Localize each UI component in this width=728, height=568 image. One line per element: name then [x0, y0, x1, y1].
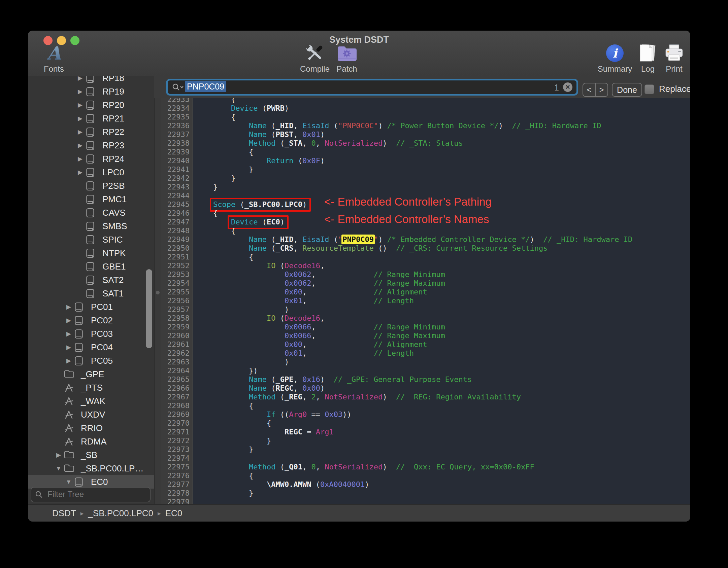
line-number: 22936 [161, 121, 193, 130]
sidebar-item-rp21[interactable]: ▶RP21 [28, 112, 154, 125]
chevron-collapsed-icon[interactable]: ▶ [65, 317, 73, 324]
sidebar-item-smbs[interactable]: SMBS [28, 219, 154, 233]
code-editor[interactable]: { Device (PWRB) { Name (_HID, EisaId ("P… [193, 98, 690, 505]
sidebar-item-spic[interactable]: SPIC [28, 233, 154, 246]
line-number: 22947 [161, 218, 193, 226]
code-line-22936: Name (_HID, EisaId ("PNP0C0C") /* Power … [195, 121, 690, 130]
search-result-count: 1 [554, 83, 559, 93]
sidebar-item-pmc1[interactable]: PMC1 [28, 192, 154, 206]
sidebar-item-lpc0[interactable]: ▶LPC0 [28, 166, 154, 179]
sidebar-item-pc04[interactable]: ▶PC04 [28, 341, 154, 354]
line-number: 22948 [161, 226, 193, 235]
filter-tree-input[interactable] [47, 488, 146, 500]
sidebar-item-wak[interactable]: _WAK [28, 394, 154, 408]
clear-search-icon[interactable]: ✕ [563, 82, 572, 92]
code-line-22975: Method (_Q01, 0, NotSerialized) // _Qxx:… [195, 463, 690, 471]
method-icon [64, 437, 73, 446]
replace-checkbox[interactable] [644, 84, 654, 94]
line-number: 22962 [161, 349, 193, 358]
sidebar-item-rp20[interactable]: ▶RP20 [28, 98, 154, 112]
sidebar-item-gpe[interactable]: _GPE [28, 367, 154, 381]
chevron-collapsed-icon[interactable]: ▶ [65, 357, 73, 364]
chevron-collapsed-icon[interactable]: ▶ [76, 101, 84, 109]
sidebar-item-pc03[interactable]: ▶PC03 [28, 327, 154, 341]
sidebar-item-pc02[interactable]: ▶PC02 [28, 314, 154, 327]
code-line-22959: 0x0066, // Range Minimum [195, 323, 690, 331]
sidebar-item-p2sb[interactable]: P2SB [28, 179, 154, 192]
line-number: 22963 [161, 358, 193, 366]
sidebar-item-ntpk[interactable]: NTPK [28, 246, 154, 260]
chevron-collapsed-icon[interactable]: ▶ [76, 115, 84, 122]
splitter[interactable] [154, 98, 161, 505]
sidebar-item-label: NTPK [102, 248, 126, 258]
sidebar-item-uxdv[interactable]: UXDV [28, 408, 154, 421]
chevron-collapsed-icon[interactable]: ▶ [76, 142, 84, 149]
breadcrumb-item[interactable]: _SB.PC00.LPC0 [88, 508, 153, 519]
line-number: 22949 [161, 235, 193, 244]
sidebar-item-cavs[interactable]: CAVS [28, 206, 154, 219]
search-menu-icon[interactable] [172, 83, 184, 92]
find-next-button[interactable]: > [596, 83, 607, 96]
sidebar-item-sat2[interactable]: SAT2 [28, 273, 154, 287]
chevron-collapsed-icon[interactable]: ▶ [55, 451, 63, 459]
print-button[interactable]: Print [651, 43, 690, 74]
sidebar-scrollbar-thumb[interactable] [146, 269, 152, 348]
device-icon [86, 208, 95, 217]
chevron-collapsed-icon[interactable]: ▶ [76, 169, 84, 176]
filter-tree-field[interactable] [31, 487, 151, 502]
sidebar-item-label: RP18 [102, 76, 124, 83]
sidebar-item-label: RP23 [102, 140, 124, 151]
code-line-22964: }) [195, 366, 690, 375]
sidebar-item-label: RP20 [102, 100, 124, 110]
search-input[interactable]: PNP0C09 1 ✕ [166, 79, 578, 96]
sidebar-item-rp19[interactable]: ▶RP19 [28, 85, 154, 98]
sidebar-item-ec0[interactable]: ▼EC0 [28, 475, 154, 489]
sidebar-item-sb[interactable]: ▶_SB [28, 448, 154, 462]
sidebar-item-rdma[interactable]: RDMA [28, 435, 154, 448]
device-icon [86, 114, 95, 123]
device-icon [86, 289, 95, 298]
find-nav-control: < > [583, 83, 608, 97]
chevron-collapsed-icon[interactable]: ▶ [76, 76, 84, 82]
code-line-22934: Device (PWRB) [195, 104, 690, 113]
find-previous-button[interactable]: < [583, 83, 596, 96]
breadcrumb: DSDT▸_SB.PC00.LPC0▸EC0 [52, 505, 182, 522]
chevron-collapsed-icon[interactable]: ▶ [65, 303, 73, 311]
fonts-button[interactable]: A Fonts [30, 43, 77, 74]
sidebar-item-rp24[interactable]: ▶RP24 [28, 152, 154, 166]
chevron-expanded-icon[interactable]: ▼ [65, 478, 73, 486]
chevron-collapsed-icon[interactable]: ▶ [76, 88, 84, 95]
sidebar-item-rp22[interactable]: ▶RP22 [28, 125, 154, 139]
chevron-collapsed-icon[interactable]: ▶ [65, 344, 73, 351]
patch-button[interactable]: Patch [323, 43, 370, 74]
sidebar-item-label: RP19 [102, 86, 124, 97]
code-line-22945: Scope (_SB.PC00.LPC0)<- Embedded Control… [195, 200, 690, 209]
breadcrumb-item[interactable]: EC0 [165, 508, 183, 519]
sidebar-item-gbe1[interactable]: GBE1 [28, 260, 154, 273]
done-button[interactable]: Done [612, 83, 642, 97]
sidebar-item-rp23[interactable]: ▶RP23 [28, 139, 154, 152]
sidebar-item-rrio[interactable]: RRIO [28, 421, 154, 435]
titlebar: System DSDT A Fonts [28, 31, 690, 76]
sidebar-item-pc05[interactable]: ▶PC05 [28, 354, 154, 367]
sidebar-item-pts[interactable]: _PTS [28, 381, 154, 394]
sidebar-item-pc01[interactable]: ▶PC01 [28, 300, 154, 314]
red-annotation-text: <- Embedded Controller’s Names [324, 215, 489, 224]
device-icon [86, 87, 95, 96]
chevron-collapsed-icon[interactable]: ▶ [76, 155, 84, 163]
chevron-collapsed-icon[interactable]: ▶ [65, 330, 73, 338]
chevron-collapsed-icon[interactable]: ▶ [76, 128, 84, 136]
line-number: 22939 [161, 148, 193, 156]
method-icon [64, 423, 73, 433]
sidebar-item-sat1[interactable]: SAT1 [28, 287, 154, 300]
sidebar-item-label: SAT2 [102, 275, 124, 285]
breadcrumb-item[interactable]: DSDT [52, 508, 76, 519]
code-line-22957: ) [195, 305, 690, 314]
chevron-expanded-icon[interactable]: ▼ [55, 465, 63, 472]
splitter-handle-dot[interactable] [156, 291, 160, 294]
sidebar-item-rp18[interactable]: ▶RP18 [28, 76, 154, 85]
sidebar-item-sb-pc00-lp[interactable]: ▼_SB.PC00.LP… [28, 462, 154, 475]
sidebar-item-label: RRIO [81, 423, 103, 433]
code-line-22956: 0x01, // Length [195, 296, 690, 305]
line-number: 22964 [161, 366, 193, 375]
